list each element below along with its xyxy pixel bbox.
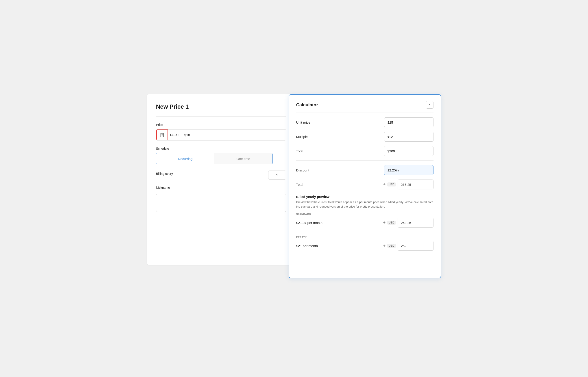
final-total-label: Total xyxy=(296,183,304,187)
standard-price-row: $21.94 per month + USD xyxy=(296,218,433,228)
calculator-panel: Calculator × Unit price Multiple Total D… xyxy=(289,94,441,278)
calc-divider-1 xyxy=(296,160,433,161)
unit-price-input[interactable] xyxy=(384,117,433,127)
price-section: Price xyxy=(156,123,286,141)
computed-total-label: Total xyxy=(296,149,304,153)
multiple-input[interactable] xyxy=(384,132,433,141)
billed-yearly-description: Preview how the current total would appe… xyxy=(296,200,433,209)
billed-yearly-section: Billed yearly preview Preview how the cu… xyxy=(296,195,433,251)
calculator-button[interactable] xyxy=(156,130,168,140)
form-divider xyxy=(156,117,286,117)
page-title: New Price 1 xyxy=(156,103,286,110)
chevron-down-icon: ▾ xyxy=(178,134,179,136)
final-total-input[interactable] xyxy=(398,179,433,189)
multiple-row: Multiple xyxy=(296,132,433,141)
final-total-input-group: + USD xyxy=(383,179,433,189)
calculator-title: Calculator xyxy=(296,102,318,107)
currency-badge: USD xyxy=(387,182,396,187)
tab-one-time[interactable]: One time xyxy=(215,153,272,164)
price-input[interactable] xyxy=(181,130,286,140)
multiple-label: Multiple xyxy=(296,135,308,139)
pretty-price-row: $21 per month + USD xyxy=(296,241,433,251)
currency-value: USD xyxy=(170,133,177,137)
pretty-input-group: + USD xyxy=(383,241,433,251)
nickname-section: Nickname xyxy=(156,186,286,213)
standard-currency-badge: USD xyxy=(387,221,396,225)
standard-price-text: $21.94 per month xyxy=(296,221,323,225)
pretty-price-text: $21 per month xyxy=(296,244,318,248)
close-button[interactable]: × xyxy=(426,101,433,109)
billing-section: Billing every xyxy=(156,171,286,179)
page-wrapper: New Price 1 Price xyxy=(147,94,441,283)
billing-input[interactable] xyxy=(268,171,286,179)
plus-icon: + xyxy=(383,182,386,187)
standard-category-label: STANDARD xyxy=(296,213,433,215)
calculator-header: Calculator × xyxy=(296,101,433,112)
schedule-tabs: Recurring One time xyxy=(156,153,273,164)
unit-price-row: Unit price xyxy=(296,117,433,127)
schedule-label: Schedule xyxy=(156,147,286,150)
calculator-icon xyxy=(159,132,164,137)
nickname-input[interactable] xyxy=(156,194,286,212)
billed-divider xyxy=(296,232,433,232)
standard-plus-icon: + xyxy=(383,220,386,225)
currency-selector[interactable]: USD ▾ xyxy=(168,130,181,140)
discount-input[interactable] xyxy=(384,165,433,175)
unit-price-label: Unit price xyxy=(296,120,310,124)
discount-row: Discount xyxy=(296,165,433,175)
computed-total-input[interactable] xyxy=(384,146,433,156)
tab-recurring[interactable]: Recurring xyxy=(156,153,215,164)
price-label: Price xyxy=(156,123,286,127)
final-total-row: Total + USD xyxy=(296,179,433,189)
pretty-currency-badge: USD xyxy=(387,244,396,248)
standard-input-group: + USD xyxy=(383,218,433,228)
pretty-category-label: PRETTY xyxy=(296,236,433,238)
nickname-label: Nickname xyxy=(156,186,286,189)
standard-value-input[interactable] xyxy=(398,218,433,228)
billed-yearly-title: Billed yearly preview xyxy=(296,195,433,199)
billing-label: Billing every xyxy=(156,172,173,176)
pretty-plus-icon: + xyxy=(383,244,386,248)
discount-label: Discount xyxy=(296,168,309,172)
computed-total-row: Total xyxy=(296,146,433,156)
form-panel: New Price 1 Price xyxy=(147,94,295,265)
schedule-section: Schedule Recurring One time xyxy=(156,147,286,164)
price-input-row: USD ▾ xyxy=(156,129,286,141)
pretty-value-input[interactable] xyxy=(398,241,433,251)
